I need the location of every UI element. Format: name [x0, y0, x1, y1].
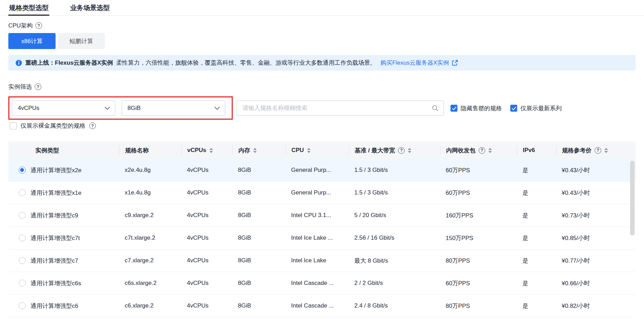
table-row[interactable]: 通用计算增强型x2ex2e.4u.8g4vCPUs8GiBGeneral Pur…: [8, 159, 636, 182]
column-header[interactable]: 内存: [232, 146, 286, 155]
cell-instance-type: 通用计算增强型c6: [8, 302, 119, 310]
column-header[interactable]: vCPUs: [181, 146, 232, 155]
arch-kunpeng-button[interactable]: 鲲鹏计算: [58, 33, 105, 49]
cell-name: c6s.xlarge.2: [119, 280, 181, 287]
cell-ipv6: 是: [517, 234, 556, 242]
cell-price: ¥0.85/小时: [556, 234, 636, 242]
cell-ipv6: 是: [517, 212, 556, 220]
table-row[interactable]: 通用计算增强型c9c9.xlarge.24vCPUs8GiBIntel CPU …: [8, 204, 636, 227]
cell-cpu: Intel Ice Lake: [286, 257, 349, 264]
cell-bandwidth: 2.4 / 8 Gbit/s: [349, 302, 440, 309]
sort-icon[interactable]: [604, 148, 608, 153]
spec-search-input[interactable]: [242, 105, 432, 112]
instance-filter-label: 实例筛选: [8, 83, 32, 91]
cell-price: ¥0.82/小时: [556, 302, 636, 310]
cell-pps: 80万PPS: [440, 257, 517, 265]
row-radio[interactable]: [19, 257, 26, 264]
cell-memory: 8GiB: [232, 167, 286, 174]
hide-soldout-checkbox[interactable]: 隐藏售罄的规格: [451, 104, 502, 112]
vcpu-select[interactable]: 4vCPUs: [12, 101, 115, 116]
tab-spec-type[interactable]: 规格类型选型: [8, 0, 49, 15]
help-icon[interactable]: ?: [398, 147, 405, 154]
help-icon[interactable]: ?: [35, 22, 42, 29]
column-label: 实例类型: [35, 146, 59, 154]
checkbox-icon[interactable]: [451, 105, 457, 112]
sort-icon[interactable]: [488, 148, 492, 153]
cell-pps: 60万PPS: [440, 166, 517, 174]
cell-pps: 160万PPS: [440, 212, 517, 220]
cell-price: ¥0.73/小时: [556, 212, 636, 220]
help-icon[interactable]: ?: [595, 147, 601, 154]
table-row[interactable]: 通用计算增强型c6sc6s.xlarge.24vCPUs8GiBIntel Ca…: [8, 272, 636, 295]
table-row[interactable]: 通用计算增强型x1ex1e.4u.8g4vCPUs8GiBGeneral Pur…: [8, 182, 636, 204]
cell-instance-type: 通用计算增强型x1e: [8, 189, 119, 197]
column-label: 规格参考价: [562, 146, 592, 154]
row-radio[interactable]: [19, 302, 26, 309]
help-icon[interactable]: ?: [479, 147, 485, 154]
cell-cpu: General Purp...: [286, 167, 349, 174]
column-label: vCPUs: [187, 147, 206, 154]
sort-icon[interactable]: [307, 148, 311, 153]
instance-type-label: 通用计算增强型c7t: [31, 234, 80, 242]
tab-business-scenario[interactable]: 业务场景选型: [69, 0, 110, 15]
cell-bandwidth: 1.5 / 3 Gbit/s: [349, 189, 440, 196]
cell-memory: 8GiB: [232, 280, 286, 287]
cell-cpu: Intel CPU 3.1...: [286, 212, 349, 219]
cpu-arch-options: x86计算 鲲鹏计算: [8, 33, 105, 49]
latest-series-checkbox[interactable]: 仅展示最新系列: [510, 104, 562, 112]
row-radio[interactable]: [19, 167, 26, 174]
arch-x86-button[interactable]: x86计算: [8, 33, 56, 49]
cell-memory: 8GiB: [232, 189, 286, 196]
column-header[interactable]: 规格参考价?: [556, 146, 636, 155]
spec-selection-page: 规格类型选型 业务场景选型 CPU架构 ? x86计算 鲲鹏计算 重磅上线：Fl…: [0, 0, 644, 319]
help-icon[interactable]: ?: [89, 122, 96, 129]
cell-name: x1e.4u.8g: [119, 189, 181, 196]
cell-pps: 150万PPS: [440, 234, 517, 242]
cell-pps: 60万PPS: [440, 189, 517, 197]
table-row[interactable]: 通用计算增强型c6c6.xlarge.24vCPUs8GiBIntel Casc…: [8, 295, 636, 317]
flexus-banner: 重磅上线：Flexus云服务器X实例 柔性算力，六倍性能，旗舰体验，覆盖高科技、…: [8, 55, 636, 71]
cell-bandwidth: 1.5 / 3 Gbit/s: [349, 167, 440, 174]
banner-buy-link[interactable]: 购买Flexus云服务器X实例: [380, 59, 458, 67]
row-radio[interactable]: [19, 280, 26, 287]
cell-ipv6: 是: [517, 257, 556, 265]
checkbox-icon[interactable]: [510, 105, 517, 112]
column-label: 规格名称: [125, 146, 149, 154]
cell-vcpus: 4vCPUs: [181, 280, 232, 287]
cell-pps: 60万PPS: [440, 279, 517, 287]
vertical-scrollbar-thumb[interactable]: [630, 161, 635, 236]
row-radio[interactable]: [19, 234, 26, 241]
cpu-arch-section: CPU架构 ?: [8, 22, 42, 30]
sort-icon[interactable]: [408, 148, 411, 153]
memory-select[interactable]: 8GiB: [122, 101, 225, 116]
tab-bar: 规格类型选型 业务场景选型: [0, 0, 644, 16]
row-radio[interactable]: [19, 212, 26, 219]
cell-instance-type: 通用计算增强型c7: [8, 257, 119, 265]
cell-ipv6: 是: [517, 279, 556, 287]
table-body: 通用计算增强型x2ex2e.4u.8g4vCPUs8GiBGeneral Pur…: [8, 159, 636, 317]
column-header[interactable]: CPU: [286, 146, 349, 155]
cell-name: c9.xlarge.2: [119, 212, 181, 219]
column-header[interactable]: 基准 / 最大带宽?: [349, 146, 440, 155]
cell-vcpus: 4vCPUs: [181, 167, 232, 174]
row-radio[interactable]: [19, 189, 26, 196]
help-icon[interactable]: ?: [35, 83, 41, 90]
search-icon[interactable]: [432, 105, 439, 112]
table-row[interactable]: 通用计算增强型c7c7.xlarge.24vCPUs8GiBIntel Ice …: [8, 249, 636, 272]
table-row[interactable]: 通用计算增强型c7tc7t.xlarge.24vCPUs8GiBIntel Ic…: [8, 227, 636, 249]
cell-price: ¥0.77/小时: [556, 257, 636, 265]
cell-ipv6: 是: [517, 302, 556, 310]
checkbox-icon[interactable]: [10, 122, 17, 129]
cell-cpu: Intel Ice Lake ...: [286, 234, 349, 241]
cell-memory: 8GiB: [232, 234, 286, 241]
bare-metal-filter: 仅展示裸金属类型的规格 ?: [10, 122, 96, 130]
cell-vcpus: 4vCPUs: [181, 189, 232, 196]
sort-icon[interactable]: [253, 148, 257, 153]
column-label: 内网收发包: [446, 146, 476, 154]
cell-cpu: General Purp...: [286, 189, 349, 196]
column-header[interactable]: 内网收发包?: [440, 146, 517, 155]
column-label: IPv6: [523, 147, 535, 154]
column-label: CPU: [291, 147, 304, 154]
sort-icon[interactable]: [209, 148, 213, 153]
memory-select-value: 8GiB: [127, 105, 141, 112]
